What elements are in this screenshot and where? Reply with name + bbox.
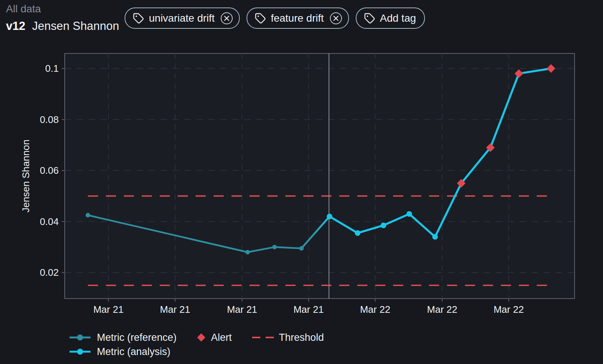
x-tick-label: Mar 21 <box>160 304 190 315</box>
alert-diamond-swatch <box>197 333 206 342</box>
legend-label: Alert <box>211 332 232 343</box>
analysis-point[interactable] <box>327 214 332 219</box>
legend-item-analysis[interactable]: Metric (analysis) <box>68 346 171 358</box>
legend-label: Metric (reference) <box>97 332 177 343</box>
reference-line-swatch <box>68 334 92 341</box>
y-tick-label: 0.04 <box>40 216 59 227</box>
threshold-dash-swatch <box>252 336 274 339</box>
x-tick-label: Mar 21 <box>293 304 324 315</box>
x-tick-label: Mar 22 <box>360 304 390 315</box>
y-tick-label: 0.08 <box>40 114 59 125</box>
analysis-point[interactable] <box>432 234 438 240</box>
x-tick-label: Mar 22 <box>427 304 457 315</box>
analysis-point[interactable] <box>381 223 386 228</box>
chart-legend: Metric (reference) Alert Threshold <box>68 330 344 359</box>
x-tick-label: Mar 21 <box>227 304 257 315</box>
plot-area <box>65 53 575 299</box>
reference-point[interactable] <box>299 246 304 251</box>
analysis-point[interactable] <box>355 230 361 236</box>
y-axis-label: Jensen Shannon <box>20 139 31 212</box>
y-tick-label: 0.06 <box>40 165 59 176</box>
legend-item-alert[interactable]: Alert <box>197 332 232 343</box>
reference-point[interactable] <box>86 213 90 218</box>
reference-point[interactable] <box>245 250 250 255</box>
legend-item-threshold[interactable]: Threshold <box>252 332 324 343</box>
y-tick-label: 0.1 <box>45 63 59 74</box>
legend-item-reference[interactable]: Metric (reference) <box>68 332 177 343</box>
legend-label: Metric (analysis) <box>97 346 171 358</box>
reference-point[interactable] <box>272 245 277 249</box>
x-tick-label: Mar 22 <box>493 304 524 315</box>
x-tick-label: Mar 21 <box>93 304 123 315</box>
analysis-line-swatch <box>68 348 92 355</box>
metric-line-chart[interactable]: 0.020.040.060.080.1Mar 21Mar 21Mar 21Mar… <box>0 0 603 323</box>
legend-label: Threshold <box>279 332 324 343</box>
drift-metric-panel: All data v12 Jensen Shannon univariate d… <box>0 0 603 364</box>
analysis-point[interactable] <box>407 211 412 217</box>
y-tick-label: 0.02 <box>40 267 59 278</box>
